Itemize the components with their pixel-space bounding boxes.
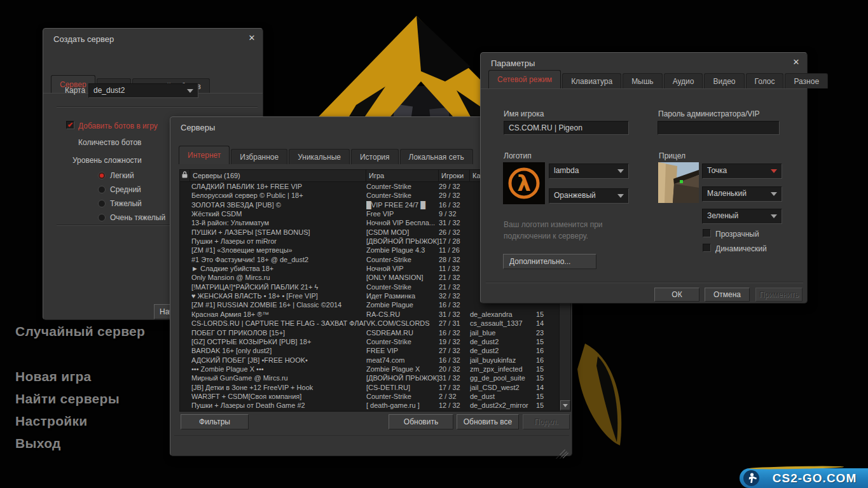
menu-item-exit[interactable]: Выход [15, 436, 61, 451]
refresh-button[interactable]: Обновить [389, 414, 453, 429]
logo-color-value: Оранжевый [554, 191, 596, 200]
server-players: 31 / 32 [439, 310, 470, 319]
admin-password-label: Пароль администратора/VIP [658, 109, 760, 118]
filters-button[interactable]: Фильтры [181, 414, 249, 429]
server-row[interactable]: CS-LORDS.RU | CAPTURE THE FLAG - ЗАХВАТ … [180, 319, 559, 328]
crosshair-size-value: Маленький [707, 189, 747, 198]
tab-underline [481, 88, 807, 89]
window-title[interactable]: Создать сервер [53, 34, 114, 44]
server-row[interactable]: [JB] Детки в Зоне +12 FreeVIP + Hook [CS… [180, 383, 559, 392]
row-lock-cell [180, 328, 190, 337]
logo-name-dropdown[interactable]: lambda [549, 164, 629, 179]
server-ping: 16 [536, 356, 559, 365]
server-players: 11 / 26 [439, 246, 470, 254]
server-browser-tab[interactable]: История [351, 149, 399, 164]
resize-grip[interactable] [560, 446, 568, 453]
server-ping: 15 [536, 337, 559, 346]
crosshair-color-dropdown[interactable]: Зеленый [702, 209, 782, 224]
row-lock-cell [180, 200, 190, 209]
tab-label: Мышь [631, 77, 654, 86]
add-bots-label[interactable]: Добавить ботов в игру [78, 122, 158, 130]
translucent-checkbox[interactable] [703, 229, 711, 237]
apply-button[interactable]: Применить [755, 288, 803, 302]
server-row[interactable]: АДСКИЙ ПОБЕГ [JB] •FREE HOOK• meat74.com… [180, 356, 559, 365]
crosshair-type-dropdown[interactable]: Точка [702, 164, 782, 179]
chevron-down-icon [617, 169, 624, 173]
lock-icon[interactable] [180, 170, 190, 181]
dynamic-checkbox[interactable] [703, 244, 711, 252]
close-icon[interactable]: ✕ [246, 32, 258, 44]
cancel-button[interactable]: Отмена [705, 288, 750, 302]
advanced-button[interactable]: Дополнительно... [503, 254, 596, 269]
options-tab[interactable]: Видео [704, 73, 744, 88]
player-name-input[interactable]: CS.COM.RU | Pigeon [504, 121, 629, 135]
options-tab[interactable]: Разное [785, 73, 828, 88]
server-row[interactable]: Красная Армия 18+ ®™ RA-CS.RU 31 / 32 de… [180, 310, 559, 319]
difficulty-radio[interactable]: Тяжелый [98, 197, 165, 211]
window-title[interactable]: Параметры [491, 59, 535, 68]
server-players: 31 / 32 [439, 218, 470, 227]
window-title[interactable]: Серверы [181, 123, 215, 132]
difficulty-radio[interactable]: Очень тяжелый [98, 211, 165, 225]
refresh-all-button[interactable]: Обновить все [457, 414, 519, 429]
cs-player-icon [743, 470, 759, 486]
server-players: 21 / 32 [439, 282, 470, 291]
scroll-down-button[interactable] [560, 400, 570, 410]
logo-name-value: lambda [554, 166, 579, 175]
map-dropdown[interactable]: de_dust2 [88, 83, 198, 98]
translucent-label[interactable]: Прозрачный [715, 230, 759, 239]
row-lock-cell [180, 191, 190, 200]
server-row[interactable]: Пушки + Лазеры от Death Game #2 [ death-… [180, 401, 559, 410]
server-game: Free VIP [366, 209, 439, 218]
server-browser-tab[interactable]: Уникальные [289, 149, 350, 164]
column-header-players[interactable]: Игроки [439, 170, 470, 181]
logo-color-dropdown[interactable]: Оранжевый [549, 188, 629, 204]
server-players: 21 / 32 [439, 273, 470, 282]
menu-item-settings[interactable]: Настройки [15, 414, 88, 429]
options-tab[interactable]: Клавиатура [562, 73, 621, 88]
difficulty-radio[interactable]: Средний [98, 183, 165, 197]
tab-label: Аудио [673, 77, 694, 86]
row-lock-cell [180, 346, 190, 355]
options-tab[interactable]: Сетевой режим [488, 70, 561, 88]
server-game: [CSDM MOD] [366, 228, 439, 237]
server-row[interactable]: [GZ] ОСТРЫЕ КОЗЫРЬКИ [PUB] 18+ Counter-S… [180, 337, 559, 346]
options-tab[interactable]: Аудио [664, 73, 703, 88]
close-icon[interactable]: ✕ [790, 57, 802, 68]
server-name: WAR3FT + CSDM[Своя компания] [190, 392, 366, 401]
radio-label: Тяжелый [110, 199, 142, 208]
ok-button[interactable]: ОК [654, 288, 699, 302]
server-game: Counter-Strike [366, 182, 439, 191]
logo-label: Логотип [504, 151, 532, 160]
server-game: Counter-Strike [366, 392, 439, 401]
row-lock-cell [180, 373, 190, 382]
player-name-label: Имя игрока [504, 109, 544, 118]
server-name: ЗОЛОТАЯ ЗВЕЗДА [PUB] © [190, 200, 366, 209]
dynamic-label[interactable]: Динамический [715, 244, 767, 253]
server-row[interactable]: Мирный GunGame @ Mircs.ru [ДВОЙНОЙ ПРЫЖО… [180, 373, 559, 382]
column-header-servers[interactable]: Серверы (169) [190, 170, 366, 181]
admin-password-input[interactable] [658, 121, 780, 135]
server-name: [GZ] ОСТРЫЕ КОЗЫРЬКИ [PUB] 18+ [190, 337, 366, 346]
cs2go-badge[interactable]: CS2-GO.COM [740, 468, 868, 488]
connect-button[interactable]: Подкл. [523, 414, 570, 429]
server-browser-tab[interactable]: Интернет [179, 146, 230, 164]
server-row[interactable]: ПОБЕГ ОТ ПРИКОЛОВ [15+] CSDREAM.RU 16 / … [180, 328, 559, 337]
menu-item-find-servers[interactable]: Найти серверы [15, 391, 120, 407]
menu-item-random-server[interactable]: Случайный сервер [15, 324, 145, 339]
server-game: [ДВОЙНОЙ ПРЫЖОК] [366, 373, 439, 382]
server-row[interactable]: ••• Zombie Plague X ••• Zombie Plague X … [180, 365, 559, 373]
crosshair-size-dropdown[interactable]: Маленький [702, 186, 782, 202]
server-browser-tab[interactable]: Избранное [231, 149, 287, 164]
server-name: Белорусский сервер © Public | 18+ [190, 191, 366, 200]
column-header-game[interactable]: Игра [366, 170, 439, 181]
server-browser-tab[interactable]: Локальная сеть [400, 149, 473, 164]
add-bots-checkbox[interactable]: ✔ [66, 121, 74, 129]
difficulty-radio[interactable]: Легкий [98, 169, 165, 183]
server-row[interactable]: WAR3FT + CSDM[Своя компания] Counter-Str… [180, 392, 559, 401]
options-tab[interactable]: Мышь [623, 73, 663, 88]
options-tab[interactable]: Голос [746, 73, 784, 88]
server-row[interactable]: BARDAK 16+ [only dust2] FREE VIP 27 / 32… [180, 346, 559, 355]
server-name: ПУШКИ + ЛАЗЕРЫ [STEAM BONUS] [190, 228, 366, 237]
menu-item-new-game[interactable]: Новая игра [15, 369, 92, 384]
